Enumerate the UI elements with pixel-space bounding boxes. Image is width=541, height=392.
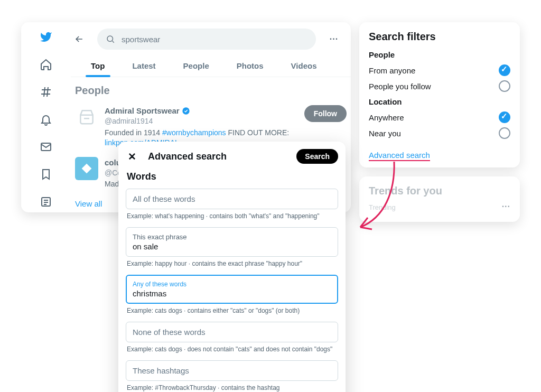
filter-near-you[interactable]: Near you	[369, 125, 510, 141]
filters-location-head: Location	[369, 97, 510, 106]
left-nav-rail	[21, 22, 71, 212]
avatar	[75, 105, 98, 128]
tab-people[interactable]: People	[170, 54, 223, 77]
radio-on-icon[interactable]	[499, 64, 510, 76]
explore-icon[interactable]	[40, 86, 52, 98]
verified-badge-icon	[182, 107, 190, 115]
search-input-container[interactable]	[97, 29, 316, 50]
field-none-words[interactable]: None of these words	[126, 322, 338, 342]
filters-people-head: People	[369, 50, 510, 59]
more-options-icon[interactable]: ···	[327, 34, 341, 44]
search-input[interactable]	[122, 35, 307, 44]
search-filters-panel: Search filters People From anyone People…	[359, 22, 520, 167]
avatar	[75, 157, 98, 180]
field-all-words[interactable]: All of these words	[126, 189, 338, 209]
filters-title: Search filters	[369, 31, 510, 43]
field-any-words[interactable]: Any of these words christmas	[126, 275, 338, 304]
trends-sublabel: Trending	[369, 203, 510, 211]
lists-icon[interactable]	[40, 195, 52, 208]
field-hint: Example: cats dogs · does not contain "c…	[127, 346, 337, 353]
advanced-search-modal: ✕ Advanced search Search Words All of th…	[118, 142, 346, 392]
tab-top[interactable]: Top	[77, 54, 118, 77]
search-button[interactable]: Search	[296, 149, 338, 164]
result-name: Admiral Sportswear	[105, 105, 298, 116]
result-handle: @admiral1914	[105, 116, 298, 127]
messages-icon[interactable]	[40, 141, 52, 153]
radio-on-icon[interactable]	[499, 111, 510, 123]
result-tabs: Top Latest People Photos Videos	[71, 54, 351, 77]
field-hint: Example: what's happening · contains bot…	[127, 212, 337, 220]
tab-latest[interactable]: Latest	[118, 54, 169, 77]
svg-point-3	[107, 36, 113, 42]
more-options-icon[interactable]: ···	[502, 202, 510, 211]
twitter-logo-icon[interactable]	[40, 31, 52, 43]
search-topbar: ···	[71, 22, 351, 50]
field-hashtags[interactable]: These hashtags	[126, 360, 338, 381]
radio-off-icon[interactable]	[499, 80, 510, 92]
search-icon	[106, 34, 115, 44]
people-heading: People	[71, 77, 351, 101]
filter-people-you-follow[interactable]: People you follow	[369, 78, 510, 94]
close-icon[interactable]: ✕	[126, 150, 138, 163]
radio-off-icon[interactable]	[499, 127, 510, 139]
follow-button[interactable]: Follow	[304, 105, 347, 122]
filter-from-anyone[interactable]: From anyone	[369, 62, 510, 78]
filter-anywhere[interactable]: Anywhere	[369, 109, 510, 125]
modal-title: Advanced search	[148, 151, 287, 162]
notifications-icon[interactable]	[40, 113, 52, 126]
advanced-search-link[interactable]: Advanced search	[369, 151, 430, 161]
modal-section-words: Words	[126, 171, 338, 182]
field-exact-phrase[interactable]: This exact phrase on sale	[126, 227, 338, 257]
back-arrow-icon[interactable]	[72, 32, 87, 46]
svg-point-4	[182, 107, 189, 114]
bookmarks-icon[interactable]	[40, 168, 52, 181]
field-hint: Example: #ThrowbackThursday · contains t…	[127, 384, 337, 392]
trends-title: Trends for you	[369, 185, 510, 197]
hashtag-link[interactable]: #wornbychampions	[162, 128, 226, 137]
field-hint: Example: cats dogs · contains either "ca…	[127, 307, 337, 314]
tab-photos[interactable]: Photos	[223, 54, 277, 77]
field-hint: Example: happy hour · contains the exact…	[127, 260, 337, 267]
tab-videos[interactable]: Videos	[277, 54, 331, 77]
home-icon[interactable]	[40, 58, 52, 71]
trends-panel: Trends for you Trending ···	[359, 176, 520, 222]
